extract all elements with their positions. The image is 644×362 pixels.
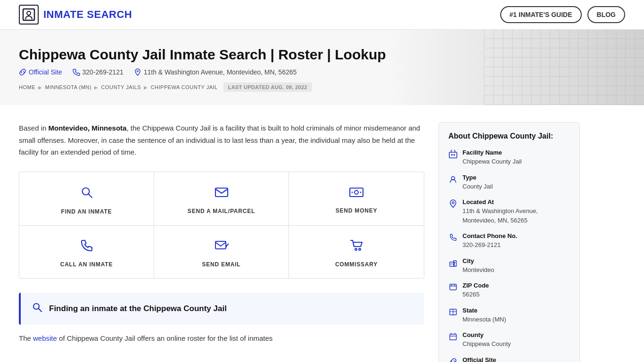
svg-point-10 [355, 248, 357, 250]
svg-point-1 [27, 11, 31, 15]
svg-rect-20 [451, 263, 452, 264]
phone-meta: 320-269-2121 [73, 68, 124, 76]
call-inmate-cell[interactable]: CALL AN INMATE [19, 226, 154, 278]
city-label: City [462, 257, 494, 264]
about-city: City Montevideo [448, 257, 570, 275]
about-state: State Minnesota (MN) [448, 307, 570, 324]
city-icon [448, 258, 458, 269]
county-label: County [462, 331, 511, 338]
svg-rect-21 [453, 263, 454, 264]
blog-button[interactable]: BLOG [587, 6, 625, 23]
send-money-icon [349, 186, 364, 202]
about-phone: Contact Phone No. 320-269-2121 [448, 232, 570, 250]
svg-rect-19 [454, 261, 456, 266]
official-site-link[interactable]: Official Site [29, 68, 62, 76]
svg-rect-15 [454, 154, 455, 156]
bottom-text-rest: of Chippewa County Jail offers an online… [59, 334, 272, 342]
address-meta: 11th & Washington Avenue, Montevideo, MN… [134, 68, 297, 76]
svg-rect-23 [450, 284, 456, 290]
main-content: Based in Montevideo, Minnesota, the Chip… [0, 105, 644, 362]
svg-point-17 [452, 202, 454, 204]
breadcrumb-county-jails[interactable]: COUNTY JAILS [101, 84, 141, 90]
svg-point-7 [352, 191, 353, 193]
facility-name-icon [448, 150, 458, 161]
commissary-cell[interactable]: COMMISSARY [289, 226, 424, 278]
about-heading: About Chippewa County Jail: [448, 132, 570, 140]
svg-point-6 [355, 190, 358, 194]
find-inmate-icon [80, 185, 94, 203]
send-money-label: SEND MONEY [336, 207, 378, 214]
send-mail-cell[interactable]: SEND A MAIL/PARCEL [154, 172, 289, 225]
link-icon [19, 68, 26, 76]
facility-name-label: Facility Name [462, 149, 522, 156]
svg-rect-14 [451, 154, 453, 156]
send-email-cell[interactable]: SEND EMAIL [154, 226, 289, 278]
official-site-info-icon [448, 357, 458, 362]
svg-point-11 [359, 248, 361, 250]
facility-name-value: Chippewa County Jail [462, 157, 522, 166]
breadcrumb-sep-3: ▶ [144, 85, 148, 90]
city-value: Montevideo [462, 265, 494, 275]
official-site-meta: Official Site [19, 68, 62, 76]
svg-rect-9 [215, 241, 226, 249]
breadcrumb-home[interactable]: HOME [19, 84, 35, 90]
desc-text-before: Based in [19, 124, 49, 132]
about-facility-name: Facility Name Chippewa County Jail [448, 149, 570, 166]
breadcrumb-minnesota[interactable]: MINNESOTA (MN) [45, 84, 91, 90]
location-pin-icon [448, 199, 458, 210]
state-icon [448, 308, 458, 319]
logo-icon [19, 5, 39, 25]
about-county: County Chippewa County [448, 331, 570, 349]
phone-number: 320-269-2121 [83, 68, 124, 76]
logo-link[interactable]: INMATE SEARCH [19, 5, 132, 25]
finding-section: Finding an inmate at the Chippewa County… [19, 293, 424, 325]
header-nav: #1 INMATE'S GUIDE BLOG [500, 6, 625, 23]
about-location: Located At 11th & Washington Avenue,Mont… [448, 198, 570, 225]
send-email-icon [215, 239, 229, 255]
find-inmate-cell[interactable]: FIND AN INMATE [19, 172, 154, 225]
finding-search-icon [32, 302, 42, 315]
breadcrumb-chippewa[interactable]: CHIPPEWA COUNTY JAIL [151, 84, 218, 90]
svg-rect-25 [450, 334, 456, 340]
zip-value: 56265 [462, 290, 489, 299]
state-label: State [462, 307, 506, 314]
svg-rect-4 [215, 188, 228, 197]
about-type: Type County Jail [448, 174, 570, 191]
type-icon [448, 175, 458, 186]
bottom-paragraph: The website of Chippewa County Jail offe… [19, 332, 424, 345]
about-official-site: Official Site [448, 356, 570, 362]
site-header: INMATE SEARCH #1 INMATE'S GUIDE BLOG [0, 0, 644, 30]
svg-point-2 [137, 71, 138, 72]
phone-icon [73, 68, 80, 76]
commissary-label: COMMISSARY [335, 261, 378, 268]
about-box: About Chippewa County Jail: Facility Nam… [438, 122, 580, 362]
content-left: Based in Montevideo, Minnesota, the Chip… [19, 122, 424, 362]
inmates-guide-button[interactable]: #1 INMATE'S GUIDE [500, 6, 582, 23]
send-email-label: SEND EMAIL [202, 261, 240, 268]
hero-background [484, 30, 644, 105]
address-text: 11th & Washington Avenue, Montevideo, MN… [144, 68, 297, 76]
call-inmate-icon [80, 239, 93, 255]
location-label: Located At [462, 198, 538, 206]
send-mail-label: SEND A MAIL/PARCEL [188, 208, 255, 214]
type-label: Type [462, 174, 493, 181]
send-money-cell[interactable]: SEND MONEY [289, 172, 424, 225]
zip-label: ZIP Code [462, 282, 489, 289]
about-zip: ZIP Code 56265 [448, 282, 570, 299]
svg-point-8 [360, 191, 362, 193]
commissary-icon [349, 239, 363, 255]
desc-bold: Montevideo, Minnesota [49, 124, 127, 132]
call-inmate-label: CALL AN INMATE [60, 261, 113, 268]
page-title: Chippewa County Jail Inmate Search | Ros… [19, 47, 387, 63]
last-updated-badge: LAST UPDATED AUG. 09, 2022 [223, 82, 312, 92]
website-link[interactable]: website [33, 334, 57, 342]
county-icon [448, 332, 458, 343]
location-icon [134, 68, 141, 76]
breadcrumb-sep-2: ▶ [94, 85, 99, 90]
svg-rect-22 [454, 262, 455, 263]
about-sidebar: About Chippewa County Jail: Facility Nam… [438, 122, 580, 362]
phone-info-label: Contact Phone No. [462, 232, 517, 239]
logo-text: INMATE SEARCH [43, 8, 132, 21]
send-mail-icon [215, 186, 229, 202]
state-value: Minnesota (MN) [462, 315, 506, 324]
